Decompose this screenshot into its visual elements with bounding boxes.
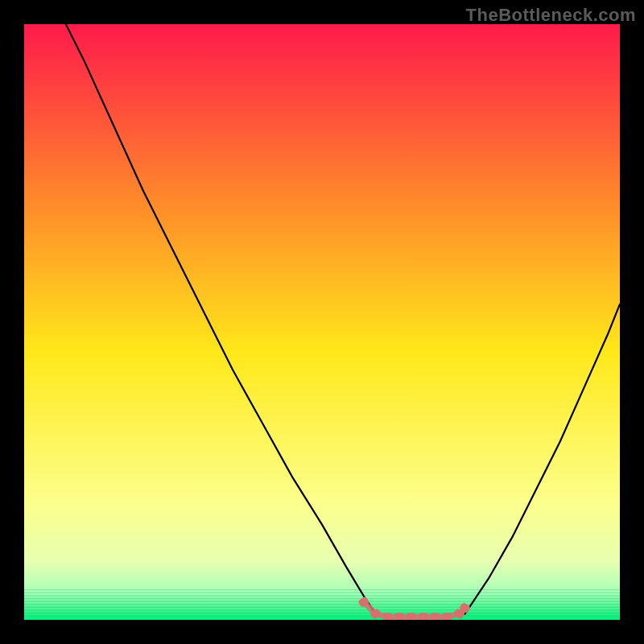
svg-rect-9 [24, 615, 620, 616]
svg-rect-0 [24, 589, 620, 590]
watermark-text: TheBottleneck.com [466, 5, 636, 26]
gradient-background [24, 24, 620, 620]
svg-rect-6 [24, 607, 620, 608]
svg-rect-1 [24, 592, 620, 593]
svg-rect-7 [24, 609, 620, 610]
svg-rect-3 [24, 598, 620, 599]
svg-rect-5 [24, 604, 620, 605]
bottleneck-plot [24, 24, 620, 620]
chart-container: TheBottleneck.com [0, 0, 644, 644]
chart-svg [24, 24, 620, 620]
svg-rect-8 [24, 613, 620, 613]
svg-rect-2 [24, 595, 620, 596]
svg-rect-4 [24, 601, 620, 601]
